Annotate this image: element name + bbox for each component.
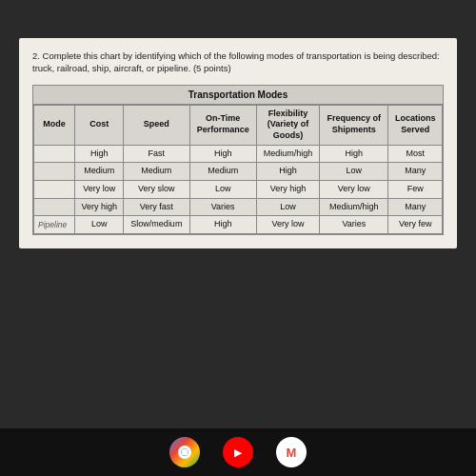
row5-mode: Pipeline bbox=[34, 216, 75, 234]
table-row: Very low Very slow Low Very high Very lo… bbox=[34, 181, 443, 199]
table-body: High Fast High Medium/high High Most Med… bbox=[34, 145, 443, 233]
table-header-row: Mode Cost Speed On-TimePerformance Flexi… bbox=[34, 105, 443, 145]
row4-locations: Many bbox=[388, 198, 443, 216]
row5-flexibility: Very low bbox=[256, 216, 320, 234]
row3-mode bbox=[34, 181, 75, 199]
gmail-icon[interactable]: M bbox=[276, 437, 307, 467]
row3-locations: Few bbox=[388, 181, 443, 199]
content-area: 2. Complete this chart by identifying wh… bbox=[19, 38, 457, 248]
chrome-icon[interactable] bbox=[169, 437, 200, 467]
row1-speed: Fast bbox=[124, 145, 189, 163]
table-row: High Fast High Medium/high High Most bbox=[34, 145, 443, 163]
row3-cost: Very low bbox=[75, 181, 124, 199]
row4-ontime: Varies bbox=[189, 198, 256, 216]
row2-flexibility: High bbox=[256, 163, 320, 181]
screen: 2. Complete this chart by identifying wh… bbox=[0, 0, 476, 476]
row2-locations: Many bbox=[388, 163, 443, 181]
table-title: Transportation Modes bbox=[33, 86, 443, 105]
row3-ontime: Low bbox=[189, 181, 256, 199]
col-ontime: On-TimePerformance bbox=[189, 105, 256, 145]
row2-mode bbox=[34, 163, 75, 181]
row4-frequency: Medium/high bbox=[320, 198, 388, 216]
row1-frequency: High bbox=[320, 145, 388, 163]
row1-cost: High bbox=[75, 145, 124, 163]
row5-ontime: High bbox=[189, 216, 256, 234]
table-row: Pipeline Low Slow/medium High Very low V… bbox=[34, 216, 443, 234]
row4-flexibility: Low bbox=[256, 198, 320, 216]
row3-flexibility: Very high bbox=[256, 181, 320, 199]
row1-mode bbox=[34, 145, 75, 163]
row2-speed: Medium bbox=[124, 163, 189, 181]
table-row: Very high Very fast Varies Low Medium/hi… bbox=[34, 198, 443, 216]
row3-speed: Very slow bbox=[124, 181, 189, 199]
row1-flexibility: Medium/high bbox=[256, 145, 320, 163]
table-row: Medium Medium Medium High Low Many bbox=[34, 163, 443, 181]
row2-ontime: Medium bbox=[189, 163, 256, 181]
col-speed: Speed bbox=[124, 105, 189, 145]
gmail-label: M bbox=[287, 446, 297, 460]
bottom-bar: ▶ M bbox=[0, 428, 476, 476]
row2-frequency: Low bbox=[320, 163, 388, 181]
row5-cost: Low bbox=[75, 216, 124, 234]
row2-cost: Medium bbox=[75, 163, 124, 181]
transportation-table: Mode Cost Speed On-TimePerformance Flexi… bbox=[33, 105, 443, 235]
row1-locations: Most bbox=[388, 145, 443, 163]
youtube-icon[interactable]: ▶ bbox=[223, 437, 253, 467]
col-locations: LocationsServed bbox=[388, 105, 443, 145]
svg-point-1 bbox=[182, 449, 188, 456]
row4-mode bbox=[34, 198, 75, 216]
row4-cost: Very high bbox=[75, 198, 124, 216]
col-cost: Cost bbox=[75, 105, 124, 145]
question-text: 2. Complete this chart by identifying wh… bbox=[32, 50, 444, 75]
col-mode: Mode bbox=[34, 105, 75, 145]
youtube-label: ▶ bbox=[234, 447, 242, 458]
row3-frequency: Very low bbox=[320, 181, 388, 199]
row5-frequency: Varies bbox=[320, 216, 388, 234]
row4-speed: Very fast bbox=[124, 198, 189, 216]
col-flexibility: Flexibility(Variety ofGoods) bbox=[256, 105, 320, 145]
row5-speed: Slow/medium bbox=[124, 216, 189, 234]
col-frequency: Frequency ofShipments bbox=[320, 105, 388, 145]
row1-ontime: High bbox=[189, 145, 256, 163]
row5-locations: Very few bbox=[388, 216, 443, 234]
table-wrapper: Transportation Modes Mode Cost Speed On-… bbox=[32, 85, 444, 236]
